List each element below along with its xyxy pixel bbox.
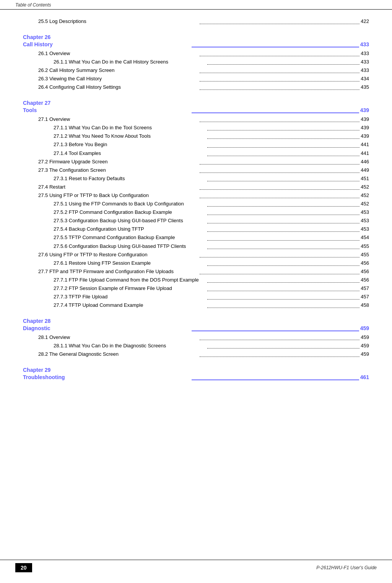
toc-entry-2: 26.1 Overview 433 (23, 49, 369, 58)
toc-entry-3: 26.1.1 What You Can Do in the Call Histo… (23, 58, 369, 66)
toc-entry-28: 27.7.2 FTP Session Example of Firmware F… (23, 284, 369, 293)
toc-title-5: 26.3 Viewing the Call History (38, 75, 198, 83)
chapter-heading-31: Chapter 28Diagnostic459 (23, 318, 369, 333)
toc-page-4: 433 (361, 66, 369, 75)
toc-page-15: 451 (361, 174, 369, 183)
toc-dots-8 (200, 115, 360, 122)
toc-entry-13: 27.2 Firmware Upgrade Screen 446 (23, 158, 369, 166)
chapter-number-7: Chapter 27 (23, 100, 369, 106)
toc-entry-26: 27.7 FTP and TFTP Firmware and Configura… (23, 267, 369, 276)
toc-entry-4: 26.2 Call History Summary Screen 433 (23, 66, 369, 75)
toc-dots-23 (207, 242, 360, 249)
toc-title-27: 27.7.1 FTP File Upload Command from the … (54, 276, 206, 284)
toc-dots-0 (200, 17, 360, 24)
toc-entry-32: 28.1 Overview 459 (23, 333, 369, 342)
chapter-page-7: 439 (360, 106, 369, 115)
toc-dots-4 (200, 66, 360, 73)
toc-entry-29: 27.7.3 TFTP File Upload 457 (23, 293, 369, 301)
footer-document-title: P-2612HWU-F1 User's Guide (316, 565, 377, 570)
chapter-title-1: Call History (23, 40, 190, 49)
toc-page-23: 455 (361, 242, 369, 251)
toc-entry-21: 27.5.4 Backup Configuration Using TFTP 4… (23, 225, 369, 233)
page-header: Table of Contents (0, 0, 392, 10)
toc-page-12: 441 (361, 149, 369, 158)
toc-entry-24: 27.6 Using FTP or TFTP to Restore Config… (23, 251, 369, 259)
toc-dots-13 (200, 158, 360, 164)
toc-title-2: 26.1 Overview (38, 49, 198, 58)
toc-page-17: 452 (361, 191, 369, 200)
toc-dots-15 (207, 174, 360, 181)
toc-page-8: 439 (361, 115, 369, 124)
chapter-title-7: Tools (23, 106, 190, 115)
toc-title-22: 27.5.5 TFTP Command Configuration Backup… (54, 233, 206, 242)
chapter-main-entry-1: Call History433 (23, 40, 369, 49)
chapter-heading-35: Chapter 29Troubleshooting461 (23, 367, 369, 382)
toc-page-2: 433 (361, 49, 369, 58)
chapter-dots-7 (192, 106, 359, 113)
toc-dots-11 (207, 140, 360, 147)
toc-dots-26 (200, 267, 360, 274)
toc-entry-20: 27.5.3 Configuration Backup Using GUI-ba… (23, 217, 369, 225)
toc-entry-12: 27.1.4 Tool Examples 441 (23, 149, 369, 158)
toc-page-34: 459 (361, 350, 369, 358)
toc-page-11: 441 (361, 140, 369, 149)
chapter-title-35: Troubleshooting (23, 373, 190, 382)
toc-entry-23: 27.5.6 Configuration Backup Using GUI-ba… (23, 242, 369, 251)
toc-page-30: 458 (361, 301, 369, 309)
toc-page-25: 456 (361, 259, 369, 267)
chapter-number-31: Chapter 28 (23, 318, 369, 324)
toc-title-3: 26.1.1 What You Can Do in the Call Histo… (54, 58, 206, 66)
footer-page-number: 20 (15, 563, 32, 572)
toc-entry-14: 27.3 The Configuration Screen 449 (23, 166, 369, 174)
toc-page-18: 452 (361, 200, 369, 208)
toc-dots-5 (200, 75, 360, 81)
chapter-number-1: Chapter 26 (23, 34, 369, 40)
toc-entry-15: 27.3.1 Reset to Factory Defaults 451 (23, 174, 369, 183)
header-title: Table of Contents (15, 2, 51, 8)
toc-page-33: 459 (361, 342, 369, 350)
page-content: 25.5 Log Descriptions 422Chapter 26Call … (0, 10, 392, 405)
toc-entry-6: 26.4 Configuring Call History Settings 4… (23, 83, 369, 91)
toc-dots-2 (200, 49, 360, 56)
toc-title-19: 27.5.2 FTP Command Configuration Backup … (54, 208, 206, 217)
toc-page-28: 457 (361, 284, 369, 293)
toc-title-26: 27.7 FTP and TFTP Firmware and Configura… (38, 267, 198, 276)
toc-page-13: 446 (361, 158, 369, 166)
toc-dots-10 (207, 132, 360, 139)
toc-dots-29 (207, 293, 360, 300)
toc-title-24: 27.6 Using FTP or TFTP to Restore Config… (38, 251, 198, 259)
toc-title-17: 27.5 Using FTP or TFTP to Back Up Config… (38, 191, 198, 200)
chapter-page-31: 459 (360, 324, 369, 333)
toc-title-28: 27.7.2 FTP Session Example of Firmware F… (54, 284, 206, 293)
toc-entry-25: 27.6.1 Restore Using FTP Session Example… (23, 259, 369, 267)
chapter-number-35: Chapter 29 (23, 367, 369, 373)
toc-title-12: 27.1.4 Tool Examples (54, 149, 206, 158)
toc-entry-8: 27.1 Overview 439 (23, 115, 369, 124)
toc-dots-20 (207, 217, 360, 223)
toc-entry-18: 27.5.1 Using the FTP Commands to Back Up… (23, 200, 369, 208)
toc-dots-34 (200, 350, 360, 357)
toc-title-4: 26.2 Call History Summary Screen (38, 66, 198, 75)
toc-dots-18 (207, 200, 360, 207)
toc-dots-19 (207, 208, 360, 215)
toc-title-6: 26.4 Configuring Call History Settings (38, 83, 198, 91)
toc-dots-30 (207, 301, 360, 308)
toc-entry-22: 27.5.5 TFTP Command Configuration Backup… (23, 233, 369, 242)
toc-title-0: 25.5 Log Descriptions (38, 17, 198, 26)
chapter-dots-1 (192, 40, 359, 47)
chapter-dots-31 (192, 324, 359, 331)
chapter-main-entry-31: Diagnostic459 (23, 324, 369, 333)
toc-page-19: 453 (361, 208, 369, 217)
toc-dots-25 (207, 259, 360, 266)
toc-entry-33: 28.1.1 What You Can Do in the Diagnostic… (23, 342, 369, 350)
toc-page-0: 422 (361, 17, 369, 26)
toc-entry-27: 27.7.1 FTP File Upload Command from the … (23, 276, 369, 284)
toc-page-3: 433 (361, 58, 369, 66)
toc-title-8: 27.1 Overview (38, 115, 198, 124)
toc-dots-12 (207, 149, 360, 156)
toc-page-22: 454 (361, 233, 369, 242)
toc-title-33: 28.1.1 What You Can Do in the Diagnostic… (54, 342, 206, 350)
toc-entry-11: 27.1.3 Before You Begin 441 (23, 140, 369, 149)
toc-dots-16 (200, 183, 360, 190)
toc-page-27: 456 (361, 276, 369, 284)
